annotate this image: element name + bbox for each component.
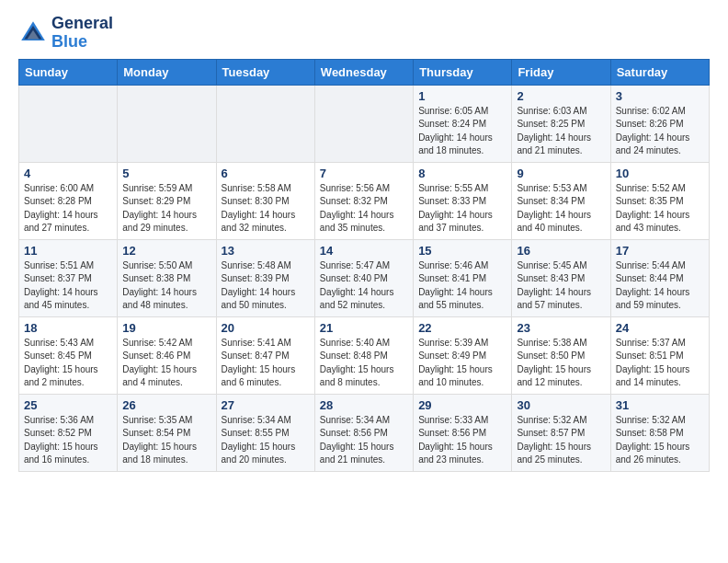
day-number: 16 [517, 244, 605, 258]
day-number: 31 [616, 398, 704, 412]
header: General Blue [18, 15, 710, 52]
day-number: 21 [320, 321, 408, 335]
day-number: 26 [122, 398, 210, 412]
logo: General Blue [18, 15, 113, 52]
day-number: 28 [320, 398, 408, 412]
day-info: Sunrise: 5:32 AMSunset: 8:58 PMDaylight:… [616, 414, 704, 467]
day-info: Sunrise: 5:32 AMSunset: 8:57 PMDaylight:… [517, 414, 605, 467]
day-info: Sunrise: 5:38 AMSunset: 8:50 PMDaylight:… [517, 337, 605, 390]
calendar-cell: 1Sunrise: 6:05 AMSunset: 8:24 PMDaylight… [414, 85, 512, 162]
day-info: Sunrise: 5:43 AMSunset: 8:45 PMDaylight:… [24, 337, 112, 390]
calendar-header-friday: Friday [512, 59, 610, 85]
calendar-cell: 31Sunrise: 5:32 AMSunset: 8:58 PMDayligh… [610, 394, 709, 471]
day-number: 10 [616, 167, 704, 180]
calendar-header-row: SundayMondayTuesdayWednesdayThursdayFrid… [19, 59, 710, 85]
calendar-cell: 10Sunrise: 5:52 AMSunset: 8:35 PMDayligh… [610, 162, 709, 239]
calendar-cell: 2Sunrise: 6:03 AMSunset: 8:25 PMDaylight… [512, 85, 610, 162]
calendar-cell: 17Sunrise: 5:44 AMSunset: 8:44 PMDayligh… [610, 239, 709, 316]
calendar-cell: 8Sunrise: 5:55 AMSunset: 8:33 PMDaylight… [414, 162, 512, 239]
day-number: 1 [418, 89, 506, 103]
day-info: Sunrise: 6:00 AMSunset: 8:28 PMDaylight:… [24, 182, 112, 236]
calendar-week-4: 18Sunrise: 5:43 AMSunset: 8:45 PMDayligh… [19, 316, 710, 394]
day-number: 4 [24, 167, 112, 180]
calendar-header-tuesday: Tuesday [216, 59, 314, 85]
calendar-cell: 16Sunrise: 5:45 AMSunset: 8:43 PMDayligh… [512, 239, 610, 316]
day-number: 7 [320, 167, 408, 180]
calendar-cell: 13Sunrise: 5:48 AMSunset: 8:39 PMDayligh… [216, 239, 314, 316]
day-info: Sunrise: 5:50 AMSunset: 8:38 PMDaylight:… [122, 259, 210, 313]
day-number: 22 [418, 321, 506, 335]
calendar-cell: 20Sunrise: 5:41 AMSunset: 8:47 PMDayligh… [216, 316, 314, 394]
calendar-cell: 24Sunrise: 5:37 AMSunset: 8:51 PMDayligh… [610, 316, 709, 394]
calendar-week-1: 1Sunrise: 6:05 AMSunset: 8:24 PMDaylight… [19, 85, 710, 162]
day-number: 27 [222, 398, 310, 412]
calendar-header-thursday: Thursday [414, 59, 512, 85]
calendar-cell [118, 85, 216, 162]
day-number: 29 [418, 398, 506, 412]
day-number: 11 [24, 244, 112, 258]
day-info: Sunrise: 5:35 AMSunset: 8:54 PMDaylight:… [122, 414, 210, 467]
day-info: Sunrise: 5:48 AMSunset: 8:39 PMDaylight:… [222, 259, 310, 313]
day-number: 3 [616, 89, 704, 103]
calendar-cell: 25Sunrise: 5:36 AMSunset: 8:52 PMDayligh… [19, 394, 118, 471]
calendar-cell: 3Sunrise: 6:02 AMSunset: 8:26 PMDaylight… [610, 85, 709, 162]
calendar-cell: 30Sunrise: 5:32 AMSunset: 8:57 PMDayligh… [512, 394, 610, 471]
day-info: Sunrise: 5:34 AMSunset: 8:55 PMDaylight:… [222, 414, 310, 467]
calendar-cell: 14Sunrise: 5:47 AMSunset: 8:40 PMDayligh… [314, 239, 413, 316]
day-number: 6 [222, 167, 310, 180]
calendar-cell: 7Sunrise: 5:56 AMSunset: 8:32 PMDaylight… [314, 162, 413, 239]
day-number: 2 [517, 89, 605, 103]
day-number: 23 [517, 321, 605, 335]
calendar-cell: 21Sunrise: 5:40 AMSunset: 8:48 PMDayligh… [314, 316, 413, 394]
calendar-cell: 26Sunrise: 5:35 AMSunset: 8:54 PMDayligh… [118, 394, 216, 471]
calendar-cell: 19Sunrise: 5:42 AMSunset: 8:46 PMDayligh… [118, 316, 216, 394]
calendar-cell [314, 85, 413, 162]
calendar-cell: 11Sunrise: 5:51 AMSunset: 8:37 PMDayligh… [19, 239, 118, 316]
day-number: 8 [418, 167, 506, 180]
day-number: 5 [122, 167, 210, 180]
calendar-header-wednesday: Wednesday [314, 59, 413, 85]
logo-icon [18, 18, 48, 48]
calendar-week-5: 25Sunrise: 5:36 AMSunset: 8:52 PMDayligh… [19, 394, 710, 471]
day-info: Sunrise: 6:02 AMSunset: 8:26 PMDaylight:… [616, 105, 704, 158]
day-info: Sunrise: 5:42 AMSunset: 8:46 PMDaylight:… [122, 337, 210, 390]
day-number: 9 [517, 167, 605, 180]
day-info: Sunrise: 5:45 AMSunset: 8:43 PMDaylight:… [517, 259, 605, 313]
calendar-cell: 27Sunrise: 5:34 AMSunset: 8:55 PMDayligh… [216, 394, 314, 471]
calendar-cell [19, 85, 118, 162]
calendar-cell: 5Sunrise: 5:59 AMSunset: 8:29 PMDaylight… [118, 162, 216, 239]
day-info: Sunrise: 5:52 AMSunset: 8:35 PMDaylight:… [616, 182, 704, 236]
day-number: 13 [222, 244, 310, 258]
day-info: Sunrise: 5:34 AMSunset: 8:56 PMDaylight:… [320, 414, 408, 467]
logo-text: General Blue [51, 15, 113, 52]
day-info: Sunrise: 5:44 AMSunset: 8:44 PMDaylight:… [616, 259, 704, 313]
day-info: Sunrise: 5:37 AMSunset: 8:51 PMDaylight:… [616, 337, 704, 390]
calendar-header-sunday: Sunday [19, 59, 118, 85]
calendar: SundayMondayTuesdayWednesdayThursdayFrid… [18, 59, 710, 472]
calendar-header-saturday: Saturday [610, 59, 709, 85]
day-number: 15 [418, 244, 506, 258]
day-number: 14 [320, 244, 408, 258]
day-info: Sunrise: 6:03 AMSunset: 8:25 PMDaylight:… [517, 105, 605, 158]
calendar-cell: 15Sunrise: 5:46 AMSunset: 8:41 PMDayligh… [414, 239, 512, 316]
day-info: Sunrise: 5:41 AMSunset: 8:47 PMDaylight:… [222, 337, 310, 390]
calendar-cell: 22Sunrise: 5:39 AMSunset: 8:49 PMDayligh… [414, 316, 512, 394]
calendar-cell: 23Sunrise: 5:38 AMSunset: 8:50 PMDayligh… [512, 316, 610, 394]
day-info: Sunrise: 5:51 AMSunset: 8:37 PMDaylight:… [24, 259, 112, 313]
day-info: Sunrise: 5:56 AMSunset: 8:32 PMDaylight:… [320, 182, 408, 236]
calendar-cell: 28Sunrise: 5:34 AMSunset: 8:56 PMDayligh… [314, 394, 413, 471]
day-number: 12 [122, 244, 210, 258]
day-info: Sunrise: 5:55 AMSunset: 8:33 PMDaylight:… [418, 182, 506, 236]
day-info: Sunrise: 6:05 AMSunset: 8:24 PMDaylight:… [418, 105, 506, 158]
day-number: 30 [517, 398, 605, 412]
page: General Blue SundayMondayTuesdayWednesda… [0, 0, 728, 487]
calendar-cell: 29Sunrise: 5:33 AMSunset: 8:56 PMDayligh… [414, 394, 512, 471]
calendar-week-2: 4Sunrise: 6:00 AMSunset: 8:28 PMDaylight… [19, 162, 710, 239]
day-info: Sunrise: 5:33 AMSunset: 8:56 PMDaylight:… [418, 414, 506, 467]
day-number: 25 [24, 398, 112, 412]
day-number: 24 [616, 321, 704, 335]
calendar-week-3: 11Sunrise: 5:51 AMSunset: 8:37 PMDayligh… [19, 239, 710, 316]
day-number: 18 [24, 321, 112, 335]
calendar-cell: 18Sunrise: 5:43 AMSunset: 8:45 PMDayligh… [19, 316, 118, 394]
day-info: Sunrise: 5:47 AMSunset: 8:40 PMDaylight:… [320, 259, 408, 313]
